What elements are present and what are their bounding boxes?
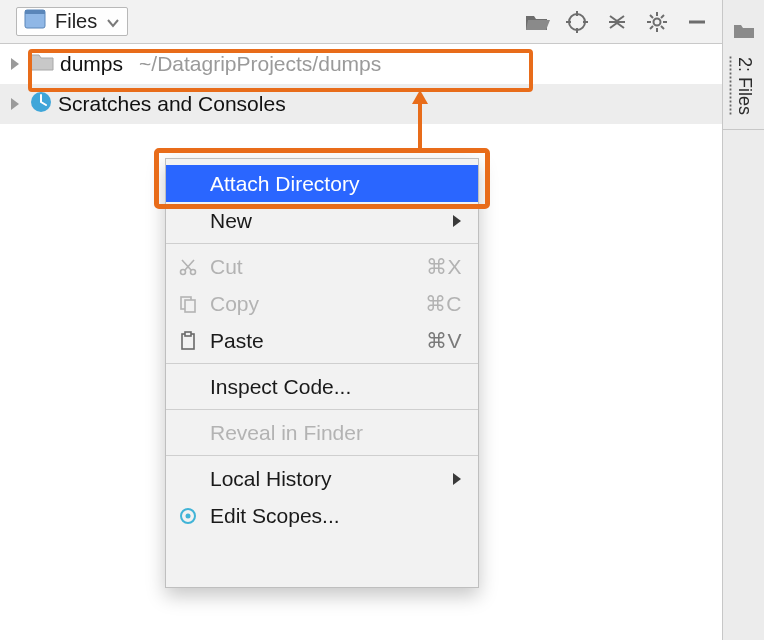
menu-paste[interactable]: Paste ⌘V	[166, 322, 478, 359]
collapse-all-button[interactable]	[600, 5, 634, 39]
project-icon	[25, 10, 45, 33]
tree-item-label: Scratches and Consoles	[58, 92, 286, 116]
view-selector-label: Files	[55, 10, 97, 33]
files-toolbar: Files	[0, 0, 722, 44]
menu-attach-directory[interactable]: Attach Directory	[166, 165, 478, 202]
copy-icon	[176, 295, 200, 313]
svg-point-28	[186, 513, 191, 518]
svg-rect-1	[25, 10, 45, 14]
view-selector[interactable]: Files	[16, 7, 128, 36]
scope-icon	[176, 507, 200, 525]
settings-button[interactable]	[640, 5, 674, 39]
chevron-down-icon	[107, 10, 119, 33]
svg-point-2	[569, 14, 585, 30]
right-tab-label: 2: Files	[734, 57, 755, 115]
svg-point-8	[654, 18, 661, 25]
right-tool-strip: 2: Files	[722, 0, 764, 640]
menu-reveal-in-finder[interactable]: Reveal in Finder	[166, 414, 478, 451]
submenu-arrow-icon	[446, 472, 462, 486]
menu-cut[interactable]: Cut ⌘X	[166, 248, 478, 285]
menu-edit-scopes[interactable]: Edit Scopes...	[166, 497, 478, 534]
tree-item-dumps[interactable]: dumps ~/DatagripProjects/dumps	[0, 44, 722, 84]
context-menu: Attach Directory New Cut ⌘X	[165, 158, 479, 588]
svg-point-20	[191, 269, 196, 274]
svg-rect-26	[185, 332, 191, 336]
menu-new[interactable]: New	[166, 202, 478, 239]
menu-inspect-code[interactable]: Inspect Code...	[166, 368, 478, 405]
folder-icon	[30, 52, 54, 77]
svg-line-15	[661, 15, 664, 18]
tree-item-scratches[interactable]: Scratches and Consoles	[0, 84, 722, 124]
submenu-arrow-icon	[446, 214, 462, 228]
svg-rect-24	[185, 300, 195, 312]
tree-item-label: dumps	[60, 52, 123, 76]
svg-line-14	[661, 26, 664, 29]
cut-icon	[176, 258, 200, 276]
svg-point-19	[181, 269, 186, 274]
minimize-button[interactable]	[680, 5, 714, 39]
menu-separator	[166, 409, 478, 410]
svg-line-16	[650, 26, 653, 29]
menu-separator	[166, 363, 478, 364]
expand-arrow-icon[interactable]	[6, 97, 24, 111]
paste-icon	[176, 331, 200, 351]
svg-line-13	[650, 15, 653, 18]
expand-arrow-icon[interactable]	[6, 57, 24, 71]
tree-item-path: ~/DatagripProjects/dumps	[139, 52, 381, 76]
menu-copy[interactable]: Copy ⌘C	[166, 285, 478, 322]
menu-separator	[166, 243, 478, 244]
target-button[interactable]	[560, 5, 594, 39]
open-folder-button[interactable]	[520, 5, 554, 39]
menu-local-history[interactable]: Local History	[166, 460, 478, 497]
right-tab-files[interactable]: 2: Files	[723, 10, 764, 130]
menu-separator	[166, 455, 478, 456]
folder-icon	[733, 22, 755, 45]
file-tree: dumps ~/DatagripProjects/dumps Scratches…	[0, 44, 722, 124]
scratches-icon	[30, 91, 52, 118]
